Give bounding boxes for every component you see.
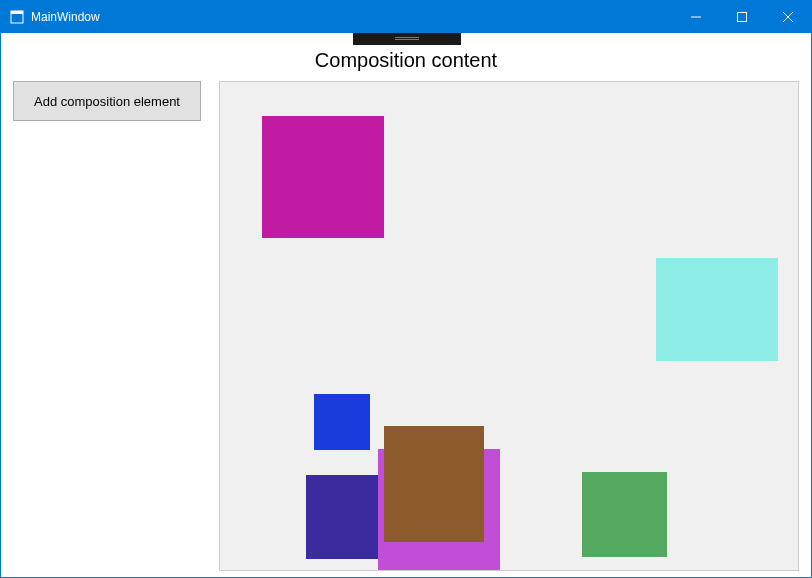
add-composition-element-button[interactable]: Add composition element <box>13 81 201 121</box>
titlebar[interactable]: MainWindow <box>1 1 811 33</box>
top-dark-strip <box>353 33 461 45</box>
shape-cyan-square[interactable] <box>656 258 778 361</box>
client-area: Composition content Add composition elem… <box>1 33 811 577</box>
shape-brown-square[interactable] <box>384 426 484 542</box>
shape-blue-square[interactable] <box>314 394 370 450</box>
close-button[interactable] <box>765 1 811 33</box>
composition-canvas[interactable] <box>219 81 799 571</box>
handle-icon <box>395 37 419 40</box>
app-icon <box>9 9 25 25</box>
shape-magenta-square[interactable] <box>262 116 384 238</box>
svg-rect-1 <box>11 11 23 14</box>
minimize-button[interactable] <box>673 1 719 33</box>
page-title: Composition content <box>1 49 811 72</box>
maximize-button[interactable] <box>719 1 765 33</box>
shape-green-square[interactable] <box>582 472 667 557</box>
svg-rect-3 <box>738 13 747 22</box>
window-title: MainWindow <box>31 10 100 24</box>
